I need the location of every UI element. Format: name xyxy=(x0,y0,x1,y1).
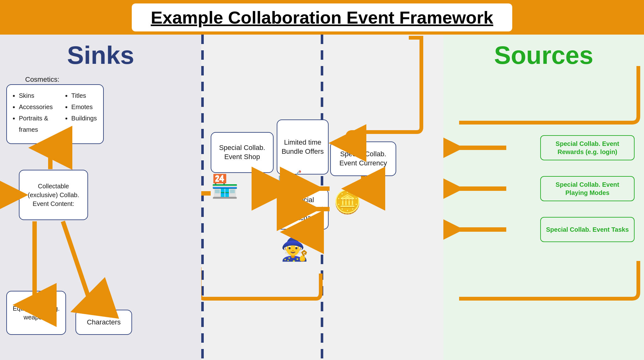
sinks-title: Sinks xyxy=(0,35,201,70)
collectable-box: Collectable (exclusive) Collab. Event Co… xyxy=(19,170,88,220)
event-shop-box: Special Collab. Event Shop xyxy=(211,132,274,173)
cosmetics-box: Skins Accessories Portraits & frames Tit… xyxy=(6,84,104,144)
equip-box: Equip. items e.g. weapons xyxy=(6,291,66,335)
limited-bundle-box: Limited time Bundle Offers xyxy=(277,119,329,174)
character-icon: 🧙 xyxy=(280,236,309,263)
event-tasks-box: Special Collab. Event Tasks xyxy=(540,217,635,242)
main-area: Sinks Cosmetics: Skins Accessories Portr… xyxy=(0,35,644,360)
sources-panel: Sources Special Collab. Event Rewards (e… xyxy=(443,35,644,360)
header: Example Collaboration Event Framework xyxy=(0,0,644,35)
shop-icon: 🏪 xyxy=(211,173,239,200)
event-rewards-box: Special Collab. Event Rewards (e.g. logi… xyxy=(540,135,635,160)
coins-icon: 🪙 xyxy=(333,189,362,215)
cart-icon: 🛒 xyxy=(277,170,303,194)
middle-area: Special Collab. Event Shop Limited time … xyxy=(201,35,443,360)
page-title: Example Collaboration Event Framework xyxy=(151,7,493,28)
event-playing-box: Special Collab. Event Playing Modes xyxy=(540,176,635,201)
cosmetics-col2: Titles Emotes Buildings xyxy=(66,90,97,135)
sources-title: Sources xyxy=(443,35,644,70)
cosmetics-label: Cosmetics: xyxy=(25,75,59,84)
characters-box: Characters xyxy=(75,310,132,335)
svg-line-6 xyxy=(63,221,91,305)
dashed-line-left xyxy=(201,35,204,360)
sinks-panel: Sinks Cosmetics: Skins Accessories Portr… xyxy=(0,35,201,360)
event-gacha-box: Special Collab. Event Gachas xyxy=(277,189,329,230)
cosmetics-col1: Skins Accessories Portraits & frames xyxy=(13,90,59,135)
header-box: Example Collaboration Event Framework xyxy=(132,3,512,31)
event-currency-box: Special Collab. Event Currency xyxy=(330,141,396,176)
